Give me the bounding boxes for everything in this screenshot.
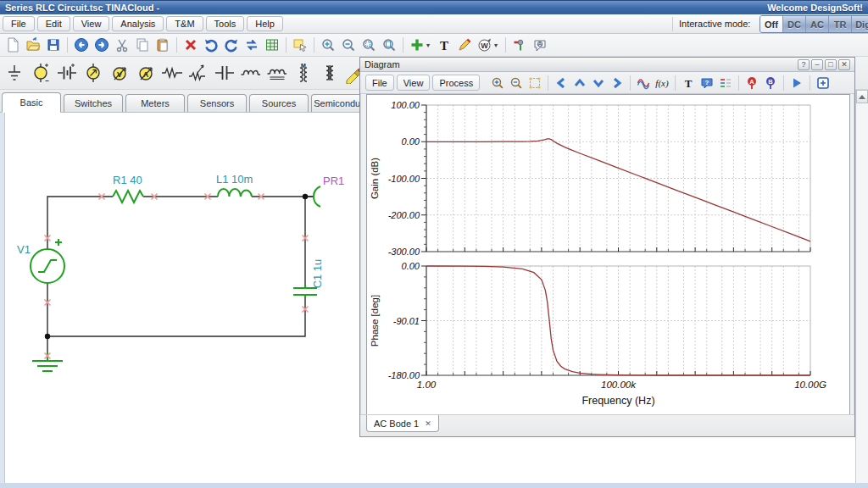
tab-meters[interactable]: Meters	[125, 94, 185, 112]
scroll-up-button[interactable]	[856, 90, 868, 103]
wire[interactable]	[47, 298, 305, 352]
ground-symbol[interactable]	[32, 352, 63, 371]
mode-dc[interactable]: DC	[783, 16, 806, 32]
cut-icon[interactable]	[113, 36, 131, 54]
tab-switches[interactable]: Switches	[64, 94, 123, 112]
spreadsheet-icon[interactable]	[263, 36, 281, 54]
menu-file[interactable]: File	[3, 16, 35, 31]
text-tool-icon[interactable]: T	[435, 36, 453, 54]
redo-icon[interactable]	[222, 36, 241, 54]
component-inductor-l1[interactable]	[218, 189, 252, 197]
add-component-caret[interactable]: ▾	[426, 42, 433, 49]
probe-tool-icon[interactable]	[510, 36, 529, 54]
help-bubble-icon[interactable]: ?	[698, 75, 715, 92]
copy-icon[interactable]	[133, 36, 152, 54]
svg-text:0.00: 0.00	[402, 261, 420, 271]
zoom-window-icon[interactable]	[359, 36, 378, 54]
mode-off[interactable]: Off	[760, 16, 783, 32]
ground-icon[interactable]	[2, 59, 26, 86]
pan-up-icon[interactable]	[571, 75, 588, 92]
tab-basic[interactable]: Basic	[2, 92, 61, 113]
open-file-icon[interactable]	[24, 36, 42, 54]
maximize-button[interactable]: □	[825, 59, 837, 70]
annotation-tool-icon[interactable]: A	[531, 36, 549, 54]
legend-icon[interactable]	[717, 75, 734, 92]
zoom-in-icon[interactable]	[319, 36, 337, 54]
marker-a-icon[interactable]: A	[743, 75, 760, 92]
swap-icon[interactable]	[242, 36, 261, 54]
voltmeter-icon[interactable]: V	[107, 59, 131, 86]
svg-text:0.00: 0.00	[402, 136, 420, 147]
diagram-text-icon[interactable]: T	[680, 75, 697, 92]
tab-sources[interactable]: Sources	[249, 94, 309, 112]
add-component-icon[interactable]	[408, 36, 426, 54]
select-region-icon[interactable]	[291, 36, 309, 54]
mode-dig[interactable]: Dig	[852, 16, 868, 32]
label-l1[interactable]: L1 10m	[216, 173, 253, 186]
label-c1[interactable]: C1 1u	[311, 259, 324, 289]
ammeter-icon[interactable]: A	[133, 59, 158, 86]
play-icon[interactable]	[788, 75, 805, 92]
result-tab-ac-bode[interactable]: AC Bode 1 ✕	[366, 415, 439, 432]
component-resistor-r1[interactable]	[113, 191, 143, 202]
label-pr1[interactable]: PR1	[323, 175, 344, 187]
tab-close-icon[interactable]: ✕	[425, 419, 431, 428]
coupled-inductors-icon[interactable]: M	[291, 59, 315, 86]
forward-icon[interactable]	[92, 36, 111, 54]
mode-ac[interactable]: AC	[806, 16, 829, 32]
potentiometer-icon[interactable]	[186, 59, 210, 86]
diagram-menu-process[interactable]: Process	[432, 75, 480, 91]
vertical-scrollbar[interactable]	[855, 90, 868, 483]
back-icon[interactable]	[72, 36, 91, 54]
function-icon[interactable]: f(x)	[654, 75, 670, 92]
diagram-zoom-out-icon[interactable]	[508, 75, 525, 92]
save-icon[interactable]	[44, 36, 63, 54]
diagram-title-bar[interactable]: Diagram ? – □ ✕	[360, 58, 854, 72]
menu-tools[interactable]: Tools	[206, 16, 245, 31]
resistor-icon[interactable]	[159, 59, 184, 86]
transformer-icon[interactable]	[317, 59, 342, 86]
paste-icon[interactable]	[153, 36, 172, 54]
close-button[interactable]: ✕	[838, 59, 850, 70]
label-v1[interactable]: V1	[17, 243, 31, 256]
battery-icon[interactable]	[54, 59, 79, 86]
capacitor-icon[interactable]	[212, 59, 236, 86]
up-arrow-icon	[859, 95, 865, 99]
diagram-menu-view[interactable]: View	[397, 75, 431, 91]
export-icon[interactable]	[815, 75, 832, 92]
menu-help[interactable]: Help	[247, 16, 283, 31]
curves-icon[interactable]	[635, 75, 652, 92]
zoom-out-icon[interactable]	[339, 36, 358, 54]
svg-text:T: T	[685, 77, 693, 90]
label-r1[interactable]: R1 40	[113, 174, 142, 186]
macro-w-caret[interactable]: ▾	[494, 42, 501, 49]
pan-right-icon[interactable]	[609, 75, 626, 92]
menu-edit[interactable]: Edit	[37, 16, 70, 31]
diagram-zoom-area-icon[interactable]	[526, 75, 543, 92]
wire-tool-icon[interactable]	[455, 36, 474, 54]
marker-b-icon[interactable]: B	[762, 75, 779, 92]
zoom-page-icon[interactable]	[380, 36, 398, 54]
current-source-icon[interactable]	[81, 59, 105, 86]
inductor-icon[interactable]	[238, 59, 263, 86]
diagram-zoom-in-icon[interactable]	[489, 75, 506, 92]
svg-text:A: A	[749, 77, 754, 85]
voltage-source-icon[interactable]	[28, 59, 53, 86]
menu-separator	[672, 17, 673, 31]
iron-core-inductor-icon[interactable]	[264, 59, 289, 86]
mode-tr[interactable]: TR	[829, 16, 852, 32]
wire[interactable]	[47, 197, 113, 249]
diagram-menu-file[interactable]: File	[365, 75, 394, 91]
help-button[interactable]: ?	[798, 59, 810, 70]
new-file-icon[interactable]	[3, 36, 22, 54]
pan-down-icon[interactable]	[590, 75, 607, 92]
tab-sensors[interactable]: Sensors	[187, 94, 247, 112]
menu-view[interactable]: View	[73, 16, 110, 31]
menu-tm[interactable]: T&M	[166, 16, 203, 31]
menu-analysis[interactable]: Analysis	[112, 16, 164, 31]
minimize-button[interactable]: –	[811, 59, 823, 70]
pan-left-icon[interactable]	[553, 75, 570, 92]
delete-icon[interactable]	[181, 36, 200, 54]
macro-w-icon[interactable]: W	[476, 36, 494, 54]
undo-icon[interactable]	[202, 36, 220, 54]
